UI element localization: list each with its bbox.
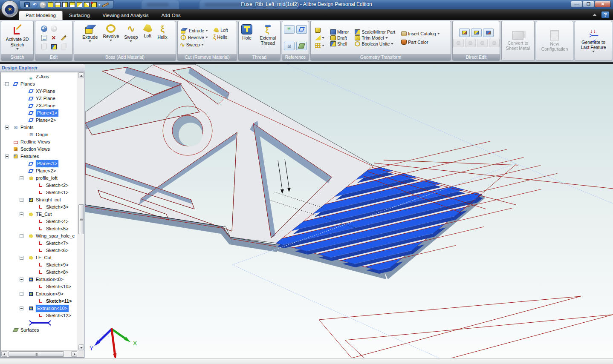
design-explorer-tree[interactable]: Z-AxisPlanesXY-PlaneYZ-PlaneZX-PlanePlan… (0, 72, 84, 358)
tree-vertical-scrollbar[interactable] (78, 72, 84, 350)
tree-expand-box[interactable] (20, 278, 23, 281)
delete-icon[interactable]: × (52, 34, 55, 41)
tree-item-sketch-2-[interactable]: Sketch<2> (1, 182, 78, 189)
draft-button[interactable]: Draft (330, 35, 350, 41)
tree-item-wing-spar-hole-c[interactable]: Wing_spar_hole_c (1, 232, 78, 240)
fillet-button[interactable] (314, 27, 325, 33)
direct-edit-move-face-button[interactable] (459, 29, 470, 37)
paste-icon[interactable] (61, 44, 66, 49)
shell-button[interactable]: Shell (330, 41, 350, 47)
pattern-button[interactable] (314, 43, 325, 49)
tree-item-z-axis[interactable]: Z-Axis (1, 73, 78, 80)
scroll-up-button[interactable] (78, 72, 84, 78)
tree-item-end-marker[interactable] (1, 319, 78, 327)
copy-icon[interactable] (41, 44, 46, 49)
tree-item-redline-views[interactable]: Redline Views (1, 138, 78, 146)
tab-viewing-analysis[interactable]: Viewing and Analysis (96, 11, 155, 20)
tree-item-sketch-8-[interactable]: Sketch<8> (1, 269, 78, 276)
direct-edit-push-button[interactable] (465, 39, 476, 47)
tree-item-zx-plane[interactable]: ZX-Plane (1, 102, 78, 109)
tree-item-te-cut[interactable]: TE_Cut (1, 211, 78, 218)
tree-item-plane-2-[interactable]: Plane<2> (1, 167, 78, 175)
tree-horizontal-scrollbar[interactable] (1, 350, 78, 357)
direct-edit-push-button[interactable] (489, 39, 500, 47)
revolve-boss-button[interactable]: Revolve (101, 24, 120, 42)
tree-item-sketch-5-[interactable]: Sketch<5> (1, 225, 78, 232)
trim-model-button[interactable]: Trim Model (354, 35, 396, 41)
tree-expand-box[interactable] (5, 126, 9, 129)
tab-part-modeling[interactable]: Part Modeling (19, 11, 63, 20)
helix-cut-button[interactable]: ξ Helix (212, 33, 229, 41)
application-menu-orb[interactable] (1, 0, 18, 17)
tree-item-origin[interactable]: ⊠Origin (1, 131, 78, 138)
tree-item-le-cut[interactable]: LE_Cut (1, 254, 78, 261)
convert-to-sheet-metal-button[interactable]: Convert to Sheet Metal (503, 31, 533, 51)
tree-item-sketch-1-[interactable]: Sketch<1> (1, 189, 78, 196)
external-thread-button[interactable]: External Thread (257, 24, 279, 46)
part-color-button[interactable]: Part Color (400, 39, 440, 45)
scroll-down-button[interactable] (78, 344, 84, 350)
tree-item-planes[interactable]: Planes (1, 80, 78, 88)
tree-expand-box[interactable] (20, 292, 23, 296)
tree-item-yz-plane[interactable]: YZ-Plane (1, 95, 78, 102)
tree-item-sketch-6-[interactable]: Sketch<6> (1, 247, 78, 254)
extrude-boss-button[interactable]: Extrude (81, 24, 99, 43)
chamfer-button[interactable] (314, 35, 325, 41)
tree-item-plane-1-[interactable]: Plane<1> (1, 109, 78, 117)
direct-edit-offset-face-button[interactable] (471, 29, 482, 37)
extrude-cut-button[interactable]: Extrude (179, 27, 209, 34)
reference-point-button[interactable]: ⊠ (284, 42, 295, 50)
insert-view-button[interactable] (296, 42, 307, 50)
reference-plane-button[interactable] (296, 25, 307, 34)
notes-icon[interactable] (41, 35, 46, 41)
tree-expand-box[interactable] (5, 82, 9, 86)
tree-item-sketch-9-[interactable]: Sketch<9> (1, 261, 78, 269)
tab-add-ons[interactable]: Add-Ons (155, 11, 187, 20)
scroll-left-button[interactable] (1, 351, 7, 357)
3d-viewport[interactable]: XYZ (85, 64, 613, 358)
tree-item-xy-plane[interactable]: XY-Plane (1, 88, 78, 95)
scale-mirror-part-button[interactable]: Scale/Mirror Part (354, 29, 396, 35)
tree-expand-box[interactable] (20, 234, 23, 238)
sweep-boss-button[interactable]: ∿ Sweep (123, 24, 139, 43)
tree-item-points[interactable]: ⊠Points (1, 124, 78, 131)
sweep-cut-button[interactable]: ∿ Sweep (179, 41, 209, 49)
tree-item-extrusion-9-[interactable]: Extrusion<9> (1, 290, 78, 298)
tree-item-sketch-7-[interactable]: Sketch<7> (1, 240, 78, 247)
tree-item-sketch-4-[interactable]: Sketch<4> (1, 218, 78, 225)
boolean-unite-button[interactable]: Boolean Unite (354, 41, 396, 47)
tree-expand-box[interactable] (20, 212, 23, 216)
tree-expand-box[interactable] (20, 256, 23, 260)
scroll-right-button[interactable] (71, 351, 77, 357)
revolve-cut-button[interactable]: Revolve (179, 34, 209, 41)
undo-button[interactable]: ↶ (41, 26, 47, 32)
tree-expand-box[interactable] (5, 155, 9, 158)
direct-edit-push-button[interactable] (477, 39, 488, 47)
mirror-button[interactable]: Mirror (330, 29, 350, 35)
vertical-scroll-thumb[interactable] (78, 204, 84, 234)
tree-item-section-views[interactable]: Section Views (1, 146, 78, 153)
tree-item-sketch-10-[interactable]: Sketch<10> (1, 283, 78, 290)
direct-edit-push-button[interactable] (453, 39, 464, 47)
insert-catalog-button[interactable]: Insert Catalog (400, 31, 440, 37)
tree-item-surfaces[interactable]: Surfaces (1, 327, 78, 334)
reference-axes-button[interactable] (284, 25, 295, 34)
loft-boss-button[interactable]: Loft (142, 24, 153, 39)
minimize-ribbon-icon[interactable] (593, 14, 597, 16)
hole-button[interactable]: Hole (240, 24, 254, 41)
tree-expand-box[interactable] (20, 176, 23, 180)
horizontal-scroll-thumb[interactable] (9, 351, 64, 357)
tree-expand-box[interactable] (20, 307, 23, 310)
new-configuration-button[interactable]: New Configuration (538, 30, 572, 52)
tree-item-sketch-3-[interactable]: Sketch<3> (1, 203, 78, 211)
tree-item-profile-loft[interactable]: profile_loft (1, 175, 78, 182)
tree-item-plane-1-[interactable]: Plane<1> (1, 160, 78, 167)
pattern-icon[interactable] (51, 44, 57, 49)
tree-item-sketch-12-[interactable]: Sketch<12> (1, 312, 78, 319)
generate-to-last-feature-button[interactable]: Generate to Last Feature (576, 29, 610, 53)
helix-boss-button[interactable]: ξ Helix (156, 24, 168, 40)
tree-item-features[interactable]: Features (1, 153, 78, 160)
loft-cut-button[interactable]: Loft (212, 27, 229, 33)
tab-surfacing[interactable]: Surfacing (63, 11, 96, 20)
tree-item-straight-cut[interactable]: Straight_cut (1, 196, 78, 203)
